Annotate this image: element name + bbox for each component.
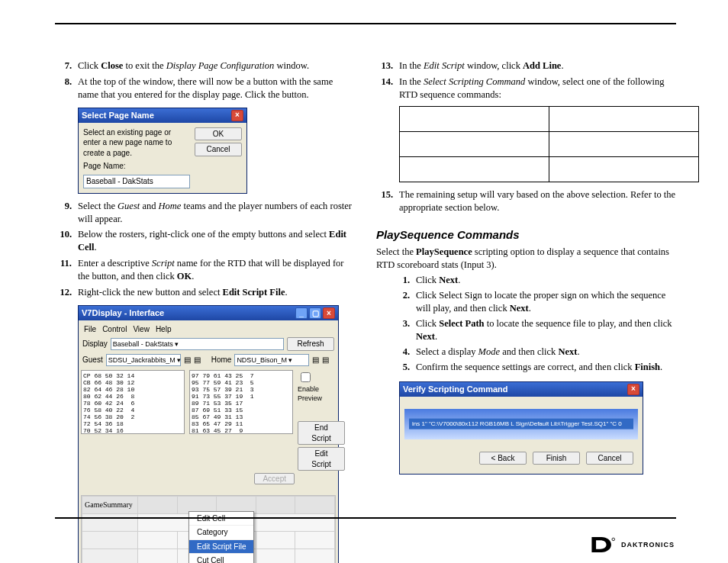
close-icon[interactable]: ×: [231, 110, 243, 121]
home-combo[interactable]: NDSU_Bison_M: [237, 355, 287, 365]
guest-combo[interactable]: SDSU_Jackrabbits_M: [108, 355, 176, 365]
playsequence-heading: PlaySequence Commands: [376, 227, 676, 243]
ps-step-5: Confirm the sequence settings are correc…: [416, 361, 662, 374]
verify-scripting-window: Verify Scripting Command × ins 1" "C:\V7…: [399, 381, 643, 475]
ps-step-1: Click Next.: [416, 274, 460, 287]
ctx-category[interactable]: Category: [189, 526, 253, 540]
guest-roster: CP 68 50 32 14 CB 66 48 30 12 82 64 46 2…: [81, 370, 185, 434]
nav-icon[interactable]: ▤: [194, 355, 201, 365]
ps-step-3: Click Select Path to locate the sequence…: [416, 317, 676, 343]
edit-script-button[interactable]: Edit Script: [298, 447, 345, 471]
rtd-commands-table: [399, 106, 699, 182]
guest-label: Guest: [82, 355, 103, 365]
step-9-text: Select the Guest and Home teams and the …: [78, 200, 355, 226]
grid-header: GameSummary: [82, 496, 138, 513]
step-11-text: Enter a descriptive Script name for the …: [78, 257, 355, 283]
window-title: V7Display - Interface: [82, 307, 164, 319]
step-7-text: Click Close to exit the Display Page Con…: [78, 60, 309, 72]
home-roster: 97 79 61 43 25 7 95 77 59 41 23 5 93 75 …: [189, 370, 293, 434]
nav-icon[interactable]: ▤: [312, 355, 319, 365]
window-instruction: Select an existing page or enter a new p…: [83, 127, 190, 159]
close-icon[interactable]: ×: [627, 384, 639, 395]
maximize-icon[interactable]: ▢: [309, 307, 321, 319]
ps-step-2: Click Select Sign to locate the proper s…: [416, 289, 676, 315]
accept-button: Accept: [254, 473, 295, 484]
ok-button[interactable]: OK: [195, 127, 242, 141]
step-15-text: The remaining setup will vary based on t…: [399, 188, 676, 214]
step-num: 7.: [55, 60, 72, 72]
window-title: Verify Scripting Command: [403, 384, 508, 395]
ctx-edit-script-file[interactable]: Edit Script File: [189, 540, 253, 555]
right-column: 13.In the Edit Script window, click Add …: [376, 60, 676, 505]
ctx-cut-cell[interactable]: Cut Cell: [189, 554, 253, 563]
display-label: Display: [82, 339, 108, 349]
back-button[interactable]: < Back: [479, 452, 527, 465]
close-icon[interactable]: ×: [323, 307, 335, 319]
end-script-button[interactable]: End Script: [298, 421, 345, 445]
step-13-text: In the Edit Script window, click Add Lin…: [399, 60, 564, 72]
menu-view[interactable]: View: [133, 324, 150, 335]
menu-control[interactable]: Control: [102, 324, 127, 335]
refresh-button[interactable]: Refresh: [287, 337, 334, 351]
enable-preview-checkbox[interactable]: Enable Preview: [298, 370, 336, 403]
cancel-button[interactable]: Cancel: [586, 452, 633, 465]
step-14-text: In the Select Scripting Command window, …: [399, 76, 676, 101]
display-combo[interactable]: Baseball - DakStats: [113, 339, 173, 349]
home-label: Home: [211, 355, 232, 365]
verify-path: ins 1" "C:\V7000\80x112 RGB16MB L Sign\D…: [409, 418, 633, 429]
select-page-name-window: Select Page Name × Select an existing pa…: [78, 108, 247, 194]
menu-help[interactable]: Help: [156, 324, 172, 335]
step-8-text: At the top of the window, there will now…: [78, 76, 355, 101]
svg-point-0: [612, 538, 615, 541]
nav-icon[interactable]: ▤: [322, 355, 329, 365]
page-name-label: Page Name:: [83, 161, 126, 172]
menu-file[interactable]: File: [84, 324, 96, 335]
ps-step-4: Select a display Mode and then click Nex…: [416, 346, 580, 359]
step-10-text: Below the rosters, right-click one of th…: [78, 228, 355, 254]
v7display-window: V7Display - Interface _ ▢ × File Control…: [78, 305, 339, 563]
nav-icon[interactable]: ▤: [184, 355, 191, 365]
cancel-button[interactable]: Cancel: [195, 143, 242, 156]
playsequence-intro: Select the PlaySequence scripting option…: [376, 246, 676, 272]
step-num: 8.: [55, 76, 72, 101]
step-12-text: Right-click the new button and select Ed…: [78, 286, 288, 299]
finish-button[interactable]: Finish: [533, 452, 580, 465]
daktronics-logo: DAKTRONICS: [591, 536, 675, 554]
window-title: Select Page Name: [82, 110, 154, 121]
minimize-icon[interactable]: _: [295, 307, 308, 319]
left-column: 7. Click Close to exit the Display Page …: [55, 60, 355, 505]
page-name-field[interactable]: [83, 175, 190, 188]
